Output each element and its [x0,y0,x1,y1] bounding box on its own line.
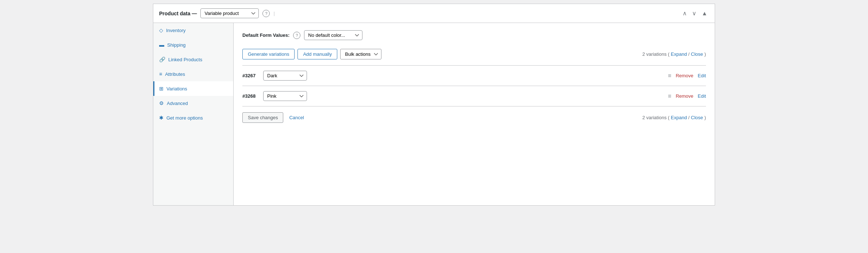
collapse-down-button[interactable]: ∨ [691,9,698,17]
panel-header-controls: ∧ ∨ ▲ [681,9,709,17]
attributes-icon: ≡ [159,71,162,77]
header-divider: | [273,11,274,16]
default-form-values-row: Default Form Values: ? No default color.… [242,30,706,40]
expand-button[interactable]: ▲ [700,9,709,17]
variations-count-label-bottom: 2 variations [642,115,667,120]
variation-color-select-3267[interactable]: Dark [263,71,307,81]
remove-link-3268[interactable]: Remove [676,93,693,99]
variations-tab-content: Default Form Values: ? No default color.… [234,23,715,205]
linked-products-icon: 🔗 [159,57,165,62]
sidebar-item-attributes-label: Attributes [165,71,185,77]
panel-title: Product data — [159,11,197,16]
variations-count-paren-top: ( [668,51,669,57]
drag-handle-3268[interactable]: ≡ [668,93,671,100]
default-form-label: Default Form Values: [242,32,289,38]
close-link-top[interactable]: Close [691,51,703,57]
get-more-options-icon: ✱ [159,115,164,121]
sidebar-item-attributes[interactable]: ≡ Attributes [153,67,233,81]
save-changes-button[interactable]: Save changes [242,112,283,123]
variation-row-3268: #3268 Pink ≡ Remove Edit [242,86,706,106]
panel-body: ◇ Inventory ▬ Shipping 🔗 Linked Products… [153,23,715,205]
separator-top: / [688,51,691,57]
variations-count-label-top: 2 variations [642,51,667,57]
close-link-bottom[interactable]: Close [691,115,703,120]
variation-color-select-3268[interactable]: Pink [263,91,307,101]
bulk-actions-select[interactable]: Bulk actions [340,49,381,59]
sidebar-item-linked-products-label: Linked Products [168,57,202,62]
product-type-select[interactable]: Variable product [200,8,259,18]
sidebar-item-variations[interactable]: ⊞ Variations [153,81,233,96]
help-icon[interactable]: ? [262,10,270,17]
variations-count-bottom: 2 variations ( Expand / Close ) [642,115,706,120]
separator-bottom: / [688,115,691,120]
variations-count-paren-bottom: ( [668,115,669,120]
drag-handle-3267[interactable]: ≡ [668,73,671,79]
variation-id-3268: #3268 [242,93,259,99]
sidebar-item-advanced[interactable]: ⚙ Advanced [153,96,233,110]
generate-variations-button[interactable]: Generate variations [242,49,295,59]
actions-row: Generate variations Add manually Bulk ac… [242,49,706,59]
variations-list: #3267 Dark ≡ Remove Edit #3268 Pink [242,65,706,106]
sidebar: ◇ Inventory ▬ Shipping 🔗 Linked Products… [153,23,234,205]
sidebar-item-inventory[interactable]: ◇ Inventory [153,23,233,38]
advanced-icon: ⚙ [159,100,164,106]
variation-row-3268-actions: ≡ Remove Edit [668,93,706,100]
sidebar-item-advanced-label: Advanced [167,101,188,106]
default-form-help-icon[interactable]: ? [293,32,300,39]
shipping-icon: ▬ [159,42,164,48]
panel-title-text: Product data — [159,11,197,16]
variations-count-top: 2 variations ( Expand / Close ) [642,51,706,57]
close-paren-top: ) [704,51,706,57]
expand-link-bottom[interactable]: Expand [671,115,687,120]
collapse-up-button[interactable]: ∧ [681,9,688,17]
sidebar-item-shipping-label: Shipping [167,42,186,48]
variations-icon: ⊞ [159,86,164,92]
sidebar-item-inventory-label: Inventory [166,28,185,33]
expand-link-top[interactable]: Expand [671,51,687,57]
edit-link-3267[interactable]: Edit [698,73,706,78]
sidebar-item-linked-products[interactable]: 🔗 Linked Products [153,52,233,67]
sidebar-item-shipping[interactable]: ▬ Shipping [153,38,233,52]
panel-header: Product data — Variable product ? | ∧ ∨ … [153,4,715,23]
edit-link-3268[interactable]: Edit [698,93,706,99]
product-data-panel: Product data — Variable product ? | ∧ ∨ … [153,4,715,206]
sidebar-item-variations-label: Variations [166,86,187,92]
sidebar-item-get-more-options[interactable]: ✱ Get more options [153,110,233,125]
close-paren-bottom: ) [704,115,706,120]
footer-row: Save changes Cancel 2 variations ( Expan… [242,112,706,123]
variation-row-3267-actions: ≡ Remove Edit [668,73,706,79]
default-color-select[interactable]: No default color... [304,30,362,40]
variation-id-3267: #3267 [242,73,259,78]
cancel-button[interactable]: Cancel [286,113,307,122]
inventory-icon: ◇ [159,27,163,33]
variation-row-3267: #3267 Dark ≡ Remove Edit [242,66,706,86]
remove-link-3267[interactable]: Remove [676,73,693,78]
add-manually-button[interactable]: Add manually [297,49,337,59]
sidebar-item-get-more-options-label: Get more options [166,115,203,121]
